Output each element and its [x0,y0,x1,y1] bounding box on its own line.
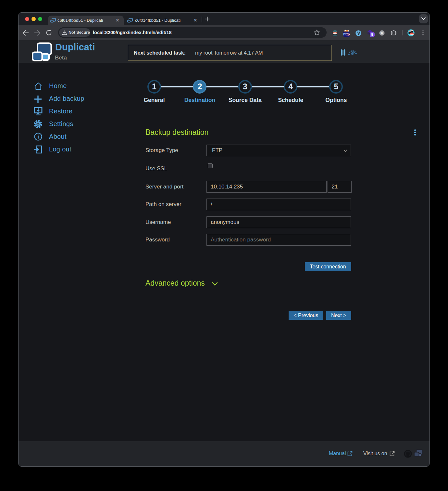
svg-text:http: http [343,32,350,36]
svg-text:8: 8 [371,32,373,36]
svg-text:⌘: ⌘ [380,31,384,35]
